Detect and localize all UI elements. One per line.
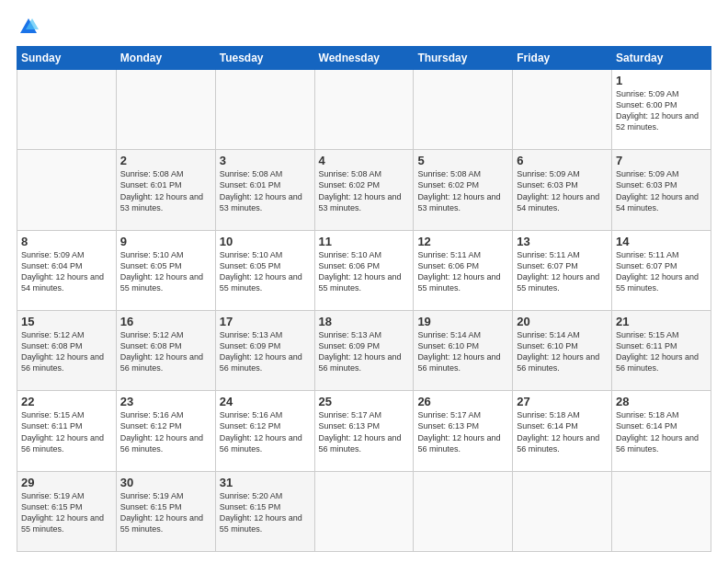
day-info: Sunrise: 5:09 AMSunset: 6:03 PMDaylight:… [517,169,599,212]
day-number: 21 [616,315,707,328]
day-info: Sunrise: 5:11 AMSunset: 6:06 PMDaylight:… [417,250,500,293]
day-info: Sunrise: 5:13 AMSunset: 6:09 PMDaylight:… [319,330,402,373]
logo-icon [18,17,39,37]
calendar-day-10: 10 Sunrise: 5:10 AMSunset: 6:05 PMDaylig… [215,230,314,310]
calendar-day-23: 23 Sunrise: 5:16 AMSunset: 6:12 PMDaylig… [116,391,215,471]
day-number: 10 [220,235,311,248]
day-number: 22 [21,395,112,408]
calendar-day-13: 13 Sunrise: 5:11 AMSunset: 6:07 PMDaylig… [513,230,612,310]
day-info: Sunrise: 5:11 AMSunset: 6:07 PMDaylight:… [517,250,599,293]
day-number: 7 [616,154,707,167]
day-info: Sunrise: 5:19 AMSunset: 6:15 PMDaylight:… [120,491,203,534]
day-info: Sunrise: 5:09 AMSunset: 6:03 PMDaylight:… [616,169,699,212]
day-number: 16 [120,315,211,328]
day-info: Sunrise: 5:10 AMSunset: 6:06 PMDaylight:… [319,250,402,293]
day-number: 28 [616,395,707,408]
day-number: 9 [120,235,211,248]
day-number: 18 [319,315,410,328]
calendar-day-6: 6 Sunrise: 5:09 AMSunset: 6:03 PMDayligh… [513,150,612,230]
day-info: Sunrise: 5:16 AMSunset: 6:12 PMDaylight:… [220,410,302,453]
calendar-week-3: 8 Sunrise: 5:09 AMSunset: 6:04 PMDayligh… [17,230,711,310]
calendar-day-28: 28 Sunrise: 5:18 AMSunset: 6:14 PMDaylig… [612,391,711,471]
calendar-day-4: 4 Sunrise: 5:08 AMSunset: 6:02 PMDayligh… [314,150,414,230]
day-info: Sunrise: 5:08 AMSunset: 6:02 PMDaylight:… [417,169,500,212]
calendar-day-31: 31 Sunrise: 5:20 AMSunset: 6:15 PMDaylig… [215,471,314,551]
day-info: Sunrise: 5:14 AMSunset: 6:10 PMDaylight:… [517,330,599,373]
day-number: 25 [319,395,410,408]
day-info: Sunrise: 5:18 AMSunset: 6:14 PMDaylight:… [517,410,599,453]
empty-cell [513,70,612,150]
day-number: 4 [319,154,410,167]
day-number: 24 [220,395,311,408]
day-info: Sunrise: 5:20 AMSunset: 6:15 PMDaylight:… [220,491,302,534]
calendar-day-30: 30 Sunrise: 5:19 AMSunset: 6:15 PMDaylig… [116,471,215,551]
calendar-day-1: 1 Sunrise: 5:09 AMSunset: 6:00 PMDayligh… [612,70,711,150]
day-number: 6 [517,154,608,167]
day-number: 12 [417,235,508,248]
calendar-day-3: 3 Sunrise: 5:08 AMSunset: 6:01 PMDayligh… [215,150,314,230]
day-info: Sunrise: 5:09 AMSunset: 6:04 PMDaylight:… [21,250,104,293]
day-header-tuesday: Tuesday [215,47,314,70]
empty-cell [314,471,414,551]
calendar-day-25: 25 Sunrise: 5:17 AMSunset: 6:13 PMDaylig… [314,391,414,471]
day-info: Sunrise: 5:08 AMSunset: 6:01 PMDaylight:… [220,169,302,212]
day-info: Sunrise: 5:12 AMSunset: 6:08 PMDaylight:… [21,330,104,373]
calendar-table: SundayMondayTuesdayWednesdayThursdayFrid… [17,46,711,552]
calendar-week-4: 15 Sunrise: 5:12 AMSunset: 6:08 PMDaylig… [17,310,711,390]
calendar-day-20: 20 Sunrise: 5:14 AMSunset: 6:10 PMDaylig… [513,310,612,390]
day-header-thursday: Thursday [414,47,513,70]
calendar-week-6: 29 Sunrise: 5:19 AMSunset: 6:15 PMDaylig… [17,471,711,551]
day-info: Sunrise: 5:15 AMSunset: 6:11 PMDaylight:… [21,410,104,453]
day-info: Sunrise: 5:08 AMSunset: 6:02 PMDaylight:… [319,169,402,212]
calendar-week-1: 1 Sunrise: 5:09 AMSunset: 6:00 PMDayligh… [17,70,711,150]
day-info: Sunrise: 5:08 AMSunset: 6:01 PMDaylight:… [120,169,203,212]
day-info: Sunrise: 5:18 AMSunset: 6:14 PMDaylight:… [616,410,699,453]
day-number: 11 [319,235,410,248]
empty-cell [17,70,117,150]
calendar-day-16: 16 Sunrise: 5:12 AMSunset: 6:08 PMDaylig… [116,310,215,390]
day-info: Sunrise: 5:10 AMSunset: 6:05 PMDaylight:… [220,250,302,293]
empty-cell [215,70,314,150]
calendar-day-12: 12 Sunrise: 5:11 AMSunset: 6:06 PMDaylig… [414,230,513,310]
day-number: 30 [120,476,211,489]
empty-cell [414,70,513,150]
day-info: Sunrise: 5:19 AMSunset: 6:15 PMDaylight:… [21,491,104,534]
day-number: 3 [220,154,311,167]
calendar-day-8: 8 Sunrise: 5:09 AMSunset: 6:04 PMDayligh… [17,230,117,310]
calendar-header-row: SundayMondayTuesdayWednesdayThursdayFrid… [17,47,711,70]
page: SundayMondayTuesdayWednesdayThursdayFrid… [0,0,728,563]
day-info: Sunrise: 5:16 AMSunset: 6:12 PMDaylight:… [120,410,203,453]
day-number: 29 [21,476,112,489]
day-number: 26 [417,395,508,408]
empty-cell [17,150,117,230]
calendar-day-21: 21 Sunrise: 5:15 AMSunset: 6:11 PMDaylig… [612,310,711,390]
day-info: Sunrise: 5:12 AMSunset: 6:08 PMDaylight:… [120,330,203,373]
day-number: 31 [220,476,311,489]
day-number: 13 [517,235,608,248]
day-header-wednesday: Wednesday [314,47,414,70]
day-number: 17 [220,315,311,328]
day-number: 5 [417,154,508,167]
calendar-day-11: 11 Sunrise: 5:10 AMSunset: 6:06 PMDaylig… [314,230,414,310]
day-number: 20 [517,315,608,328]
day-info: Sunrise: 5:10 AMSunset: 6:05 PMDaylight:… [120,250,203,293]
day-header-friday: Friday [513,47,612,70]
day-number: 15 [21,315,112,328]
logo-block [17,17,39,37]
calendar-day-24: 24 Sunrise: 5:16 AMSunset: 6:12 PMDaylig… [215,391,314,471]
empty-cell [116,70,215,150]
header [17,17,711,37]
calendar-day-26: 26 Sunrise: 5:17 AMSunset: 6:13 PMDaylig… [414,391,513,471]
day-number: 19 [417,315,508,328]
day-info: Sunrise: 5:17 AMSunset: 6:13 PMDaylight:… [319,410,402,453]
day-header-monday: Monday [116,47,215,70]
calendar-day-27: 27 Sunrise: 5:18 AMSunset: 6:14 PMDaylig… [513,391,612,471]
day-number: 8 [21,235,112,248]
day-number: 27 [517,395,608,408]
calendar-day-18: 18 Sunrise: 5:13 AMSunset: 6:09 PMDaylig… [314,310,414,390]
day-info: Sunrise: 5:13 AMSunset: 6:09 PMDaylight:… [220,330,302,373]
empty-cell [414,471,513,551]
day-number: 2 [120,154,211,167]
day-header-sunday: Sunday [17,47,117,70]
calendar-day-9: 9 Sunrise: 5:10 AMSunset: 6:05 PMDayligh… [116,230,215,310]
